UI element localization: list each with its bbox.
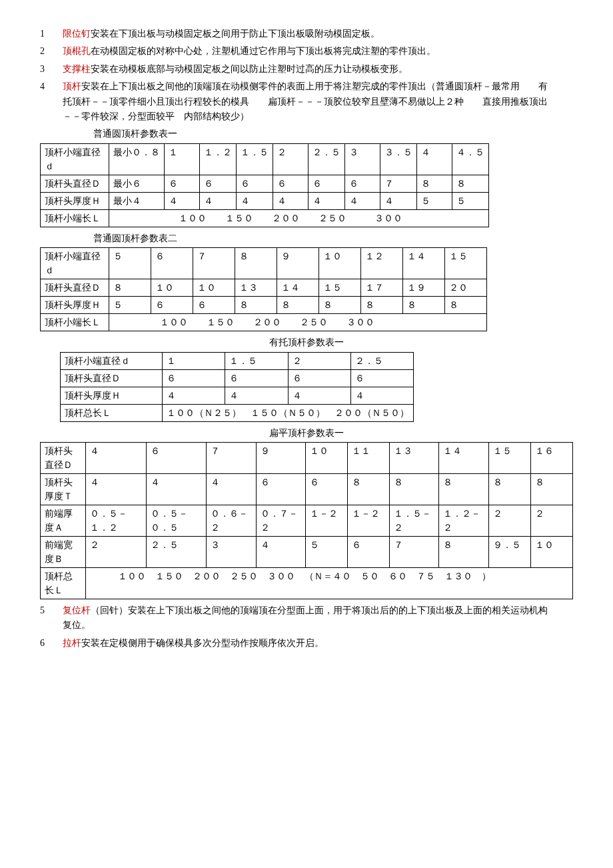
item-rest: 安装在动模板底部与动模固定板之间以防止注塑时过高的压力让动模板变形。 <box>91 64 408 74</box>
cell: ４ <box>165 192 200 209</box>
item-rest: 安装在下顶出板与动模固定板之间用于防止下顶出板吸附动模固定板。 <box>91 29 380 39</box>
cell: ７ <box>390 536 439 567</box>
cell: ６ <box>348 536 390 567</box>
cell: １５ <box>445 248 487 279</box>
table-row: 顶杆头直径Ｄ 最小６ ６ ６ ６ ６ ６ ６ ７ ８ ８ <box>41 175 489 192</box>
cell: １０ <box>306 442 348 473</box>
cell: ６ <box>151 297 193 314</box>
cell: ８ <box>390 473 439 505</box>
cell: １２ <box>361 248 403 279</box>
cell: １９ <box>403 279 445 297</box>
list-item-6: 6 拉杆安装在定模侧用于确保模具多次分型动作按顺序依次开启。 <box>40 636 573 651</box>
cell: ７ <box>380 175 417 192</box>
cell: ８ <box>417 175 452 192</box>
table-row: 顶杆头厚度Ｈ ４ ４ ４ ４ <box>61 387 414 404</box>
cell: 顶杆头厚度Ｈ <box>61 387 163 404</box>
cell: 前端宽度Ｂ <box>41 536 86 567</box>
cell: 顶杆头厚度Ｔ <box>41 473 86 505</box>
cell: ６ <box>146 442 207 473</box>
table-row: 顶杆总长Ｌ １００ １５０ ２００ ２５０ ３００ （Ｎ＝４０ ５０ ６０ ７５… <box>41 567 573 599</box>
list-item-1: 1 限位钉安装在下顶出板与动模固定板之间用于防止下顶出板吸附动模固定板。 <box>40 27 573 41</box>
cell: １４ <box>403 248 445 279</box>
cell: １．５－２ <box>390 505 439 536</box>
cell: ２ <box>288 352 350 369</box>
item-term: 限位钉 <box>63 29 91 39</box>
table-row: 顶杆总长Ｌ １００（Ｎ２５） １５０（Ｎ５０） ２００（Ｎ５０） <box>61 404 414 421</box>
table-1: 顶杆小端直径ｄ 最小０．８ １ １．２ １．５ ２ ２．５ ３ ３．５ ４ ４．… <box>40 143 489 227</box>
cell: ４ <box>86 473 147 505</box>
cell: ４ <box>417 143 452 175</box>
cell: ０．６－２ <box>207 505 256 536</box>
list-item-2: 2 顶棍孔在动模固定板的对称中心处，注塑机通过它作用与下顶出板将完成注塑的零件顶… <box>40 44 573 59</box>
table-row: 顶杆头厚度Ｔ ４ ４ ４ ６ ６ ８ ８ ８ ８ ８ <box>41 473 573 505</box>
cell: ６ <box>306 473 348 505</box>
item-body: 支撑柱安装在动模板底部与动模固定板之间以防止注塑时过高的压力让动模板变形。 <box>63 62 556 77</box>
cell: １１ <box>348 442 390 473</box>
cell: ４ <box>256 536 305 567</box>
cell: １３ <box>390 442 439 473</box>
item-body: 复位杆（回针）安装在上下顶出板之间他的顶端顶在分型面上面，用于将顶出后的的上下顶… <box>63 603 556 633</box>
cell: ８ <box>488 473 530 505</box>
item-term: 复位杆 <box>63 605 91 615</box>
cell: ５ <box>306 536 348 567</box>
cell: ２ <box>273 143 308 175</box>
item-body: 限位钉安装在下顶出板与动模固定板之间用于防止下顶出板吸附动模固定板。 <box>63 27 556 41</box>
cell: ２０ <box>445 279 487 297</box>
cell: ５ <box>109 248 151 279</box>
cell: ８ <box>530 473 572 505</box>
cell: ６ <box>237 175 273 192</box>
cell: ３ <box>345 143 380 175</box>
cell: ６ <box>345 175 380 192</box>
cell: ４．５ <box>452 143 489 175</box>
cell: ８ <box>439 473 488 505</box>
cell: ８ <box>348 473 390 505</box>
table-row: 前端宽度Ｂ ２ ２．５ ３ ４ ５ ６ ７ ８ ９．５ １０ <box>41 536 573 567</box>
cell: 顶杆头直径Ｄ <box>41 175 109 192</box>
cell: ６ <box>308 175 345 192</box>
item-number: 1 <box>40 27 60 41</box>
table-row: 顶杆小端直径ｄ １ １．５ ２ ２．５ <box>61 352 414 369</box>
cell: ４ <box>380 192 417 209</box>
cell: ４ <box>225 387 288 404</box>
cell: ４ <box>345 192 380 209</box>
cell: ８ <box>109 279 151 297</box>
cell: ２ <box>86 536 147 567</box>
item-rest: 安装在定模侧用于确保模具多次分型动作按顺序依次开启。 <box>81 638 324 648</box>
table-row: 顶杆头厚度Ｈ ５ ６ ６ ８ ８ ８ ８ ８ ８ <box>41 297 487 314</box>
item-number: 3 <box>40 62 60 77</box>
cell: 顶杆小端直径ｄ <box>41 143 109 175</box>
cell: ４ <box>86 442 147 473</box>
cell: ４ <box>350 387 413 404</box>
cell: １５ <box>319 279 361 297</box>
cell: ８ <box>445 297 487 314</box>
cell: ０．５－０．５ <box>146 505 207 536</box>
cell: ４ <box>288 387 350 404</box>
item-number: 5 <box>40 603 60 618</box>
cell: 顶杆总长Ｌ <box>61 404 163 421</box>
table-4: 顶杆头直径Ｄ ４ ６ ７ ９ １０ １１ １３ １４ １５ １６ 顶杆头厚度Ｔ … <box>40 442 573 599</box>
cell: ２ <box>488 505 530 536</box>
cell: １３ <box>235 279 277 297</box>
table-row: 顶杆小端直径ｄ ５ ６ ７ ８ ９ １０ １２ １４ １５ <box>41 248 487 279</box>
cell: 最小４ <box>109 192 165 209</box>
cell: ６ <box>288 369 350 387</box>
cell: ４ <box>308 192 345 209</box>
cell: １００（Ｎ２５） １５０（Ｎ５０） ２００（Ｎ５０） <box>163 404 414 421</box>
cell: １４ <box>277 279 319 297</box>
cell: １０ <box>193 279 235 297</box>
cell: ２．５ <box>350 352 413 369</box>
item-term: 支撑柱 <box>63 64 91 74</box>
cell: ６ <box>151 248 193 279</box>
table-row: 顶杆头直径Ｄ ４ ６ ７ ９ １０ １１ １３ １４ １５ １６ <box>41 442 573 473</box>
cell: 顶杆小端直径ｄ <box>41 248 109 279</box>
cell: 顶杆小端长Ｌ <box>41 209 109 227</box>
list-item-4: 4 顶杆安装在上下顶出板之间他的顶端顶在动模侧零件的表面上用于将注塑完成的零件顶… <box>40 79 573 124</box>
cell: 顶杆头直径Ｄ <box>41 279 109 297</box>
cell: 顶杆总长Ｌ <box>41 567 86 599</box>
table-row: 顶杆头厚度Ｈ 最小４ ４ ４ ４ ４ ４ ４ ４ ５ ５ <box>41 192 489 209</box>
cell: ６ <box>163 369 225 387</box>
cell: １．５ <box>237 143 273 175</box>
cell: １．５ <box>225 352 288 369</box>
table-2: 顶杆小端直径ｄ ５ ６ ７ ８ ９ １０ １２ １４ １５ 顶杆头直径Ｄ ８ １… <box>40 247 487 331</box>
cell: ７ <box>207 442 256 473</box>
